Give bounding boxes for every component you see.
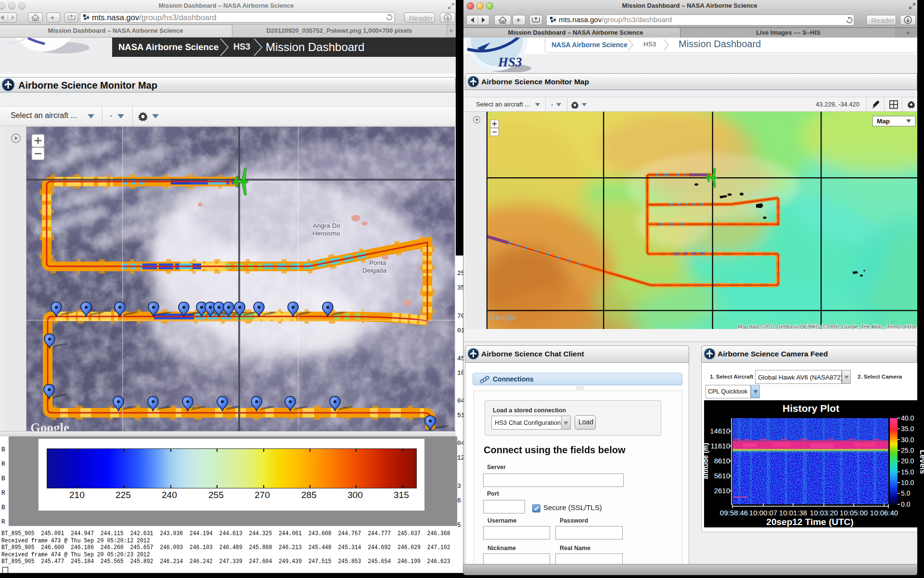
svg-text:Map: Map [877,118,890,125]
svg-text:10:01:38: 10:01:38 [779,509,807,517]
svg-text:Angra Do: Angra Do [313,222,340,229]
svg-text:altitude (m): altitude (m) [704,443,709,479]
svg-text:2610: 2610 [714,486,730,495]
svg-text:Ponta: Ponta [369,259,386,266]
svg-text:0.0: 0.0 [901,500,911,508]
svg-text:10:05:00: 10:05:00 [840,509,868,517]
svg-text:Heroismo: Heroismo [312,230,340,237]
svg-text:20sep12 Time (UTC): 20sep12 Time (UTC) [766,517,853,527]
svg-text:10:06:40: 10:06:40 [870,509,898,517]
svg-text:40.0: 40.0 [901,414,914,422]
svg-text:35.0: 35.0 [901,425,914,433]
svg-text:Delgada: Delgada [362,267,387,274]
svg-text:10:00:07: 10:00:07 [749,509,777,517]
svg-text:09:58:46: 09:58:46 [720,509,748,517]
svg-text:Google: Google [488,312,516,322]
svg-text:8610: 8610 [714,457,730,465]
svg-text:HS3: HS3 [498,55,522,69]
svg-text:14610: 14610 [710,427,730,435]
svg-text:10:03:20: 10:03:20 [810,509,838,517]
svg-text:5.0: 5.0 [901,489,911,497]
svg-text:History Plot: History Plot [783,403,839,414]
svg-text:Map data ©2012 GeoBasis-DE/BKG: Map data ©2012 GeoBasis-DE/BKG (©2009), … [738,324,917,329]
svg-text:11610: 11610 [710,442,730,450]
svg-text:30.0: 30.0 [901,436,914,444]
svg-text:5610: 5610 [714,472,730,480]
svg-text:10.0: 10.0 [901,479,914,486]
